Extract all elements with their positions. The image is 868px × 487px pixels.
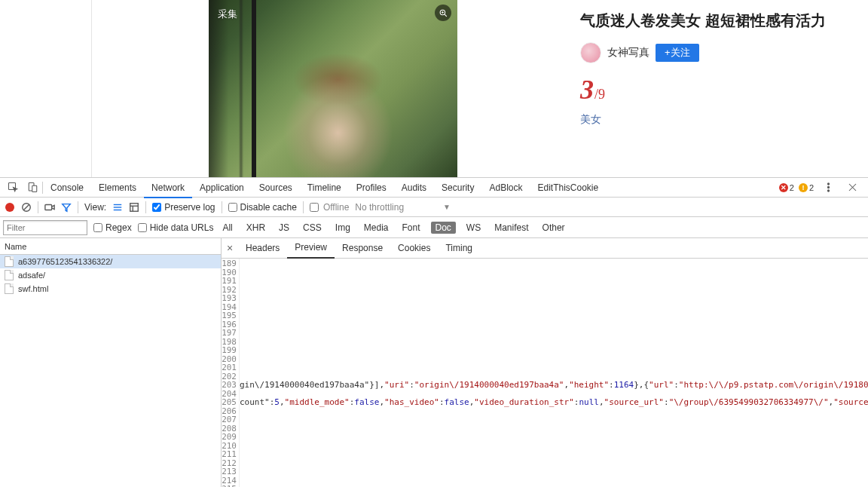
device-icon[interactable] [23,178,42,198]
inspect-icon[interactable] [3,178,23,198]
filter-input[interactable] [3,220,87,235]
filter-type-img[interactable]: Img [332,222,353,233]
close-icon[interactable] [842,178,862,198]
tag-link[interactable]: 美女 [580,113,601,127]
svg-point-9 [827,190,829,191]
page-left-sidebar [0,0,92,177]
tab-sources[interactable]: Sources [252,178,300,198]
svg-rect-14 [45,204,52,210]
gallery-counter: 3 /9 [580,74,854,106]
author-name[interactable]: 女神写真 [607,46,649,60]
code-area[interactable]: 1891901911921931941951961971981992002012… [222,259,868,487]
page-title: 气质迷人卷发美女 超短裙性感有活力 [580,9,854,32]
tab-elements[interactable]: Elements [91,178,144,198]
view-list-icon[interactable] [112,202,123,213]
filter-type-all[interactable]: All [219,222,235,233]
svg-line-13 [24,204,29,210]
preview-tabs: × HeadersPreviewResponseCookiesTiming [222,238,868,259]
collect-label[interactable]: 采集 [218,8,237,21]
preview-pane: × HeadersPreviewResponseCookiesTiming 18… [222,238,868,487]
filter-type-media[interactable]: Media [361,222,392,233]
filter-type-xhr[interactable]: XHR [243,222,268,233]
document-icon [5,270,14,280]
record-icon[interactable] [5,202,15,213]
preview-tab-timing[interactable]: Timing [438,238,480,259]
close-preview-icon[interactable]: × [222,242,238,254]
preview-tab-response[interactable]: Response [335,238,390,259]
devtools-main-tabs: ConsoleElementsNetworkApplicationSources… [0,178,868,198]
hide-urls-checkbox[interactable]: Hide data URLs [138,222,214,233]
tab-application[interactable]: Application [192,178,252,198]
tab-adblock[interactable]: AdBlock [481,178,530,198]
tab-audits[interactable]: Audits [394,178,434,198]
filter-type-doc[interactable]: Doc [431,222,456,234]
preserve-log-checkbox[interactable]: Preserve log [152,202,215,213]
warning-count[interactable]: !2 [799,183,814,192]
request-list: Name a6397765123541336322/adsafe/swf.htm… [0,238,222,487]
regex-checkbox[interactable]: Regex [93,222,132,233]
view-frame-icon[interactable] [129,202,139,213]
error-count[interactable]: ✕2 [779,183,794,192]
avatar[interactable] [580,42,601,63]
network-body: Name a6397765123541336322/adsafe/swf.htm… [0,238,868,487]
filter-type-ws[interactable]: WS [463,222,484,233]
tab-timeline[interactable]: Timeline [300,178,349,198]
request-list-header[interactable]: Name [0,238,221,255]
tab-editthiscookie[interactable]: EditThisCookie [530,178,607,198]
devtools-panel: ConsoleElementsNetworkApplicationSources… [0,177,868,487]
svg-line-1 [445,14,447,17]
filter-type-other[interactable]: Other [539,222,568,233]
tab-network[interactable]: Network [144,178,192,198]
info-panel: 气质迷人卷发美女 超短裙性感有活力 女神写真 +关注 3 /9 美女 [574,0,868,177]
camera-icon[interactable] [44,202,55,213]
follow-button[interactable]: +关注 [656,44,699,62]
disable-cache-checkbox[interactable]: Disable cache [228,202,297,213]
svg-point-8 [827,186,829,188]
kebab-icon[interactable] [818,178,838,198]
filter-type-css[interactable]: CSS [300,222,325,233]
request-row[interactable]: a6397765123541336322/ [0,255,221,268]
tab-security[interactable]: Security [434,178,481,198]
request-row[interactable]: swf.html [0,282,221,296]
filter-type-manifest[interactable]: Manifest [491,222,531,233]
document-icon [5,256,14,267]
offline-checkbox[interactable]: Offline [310,202,349,213]
preview-tab-cookies[interactable]: Cookies [390,238,438,259]
throttling-select[interactable]: No throttling▼ [355,202,451,213]
svg-point-7 [827,183,829,185]
clear-icon[interactable] [21,202,32,213]
preview-tab-preview[interactable]: Preview [287,238,335,259]
image-container: 采集 [92,0,574,177]
request-row[interactable]: adsafe/ [0,268,221,282]
preview-tab-headers[interactable]: Headers [238,238,287,259]
filter-type-js[interactable]: JS [276,222,292,233]
svg-rect-6 [32,185,36,191]
tab-profiles[interactable]: Profiles [349,178,394,198]
webpage-viewport: 采集 气质迷人卷发美女 超短裙性感有活力 女神写真 +关注 3 /9 美女 [0,0,868,177]
filter-icon[interactable] [61,202,72,213]
network-filter-row: Regex Hide data URLs AllXHRJSCSSImgMedia… [0,217,868,238]
main-photo[interactable]: 采集 [209,0,457,177]
author-row: 女神写真 +关注 [580,42,854,63]
network-toolbar: View: Preserve log Disable cache Offline… [0,198,868,217]
document-icon [5,283,14,294]
svg-rect-18 [130,203,139,211]
filter-type-font[interactable]: Font [399,222,423,233]
tab-console[interactable]: Console [43,178,91,198]
zoom-icon[interactable] [435,5,451,21]
